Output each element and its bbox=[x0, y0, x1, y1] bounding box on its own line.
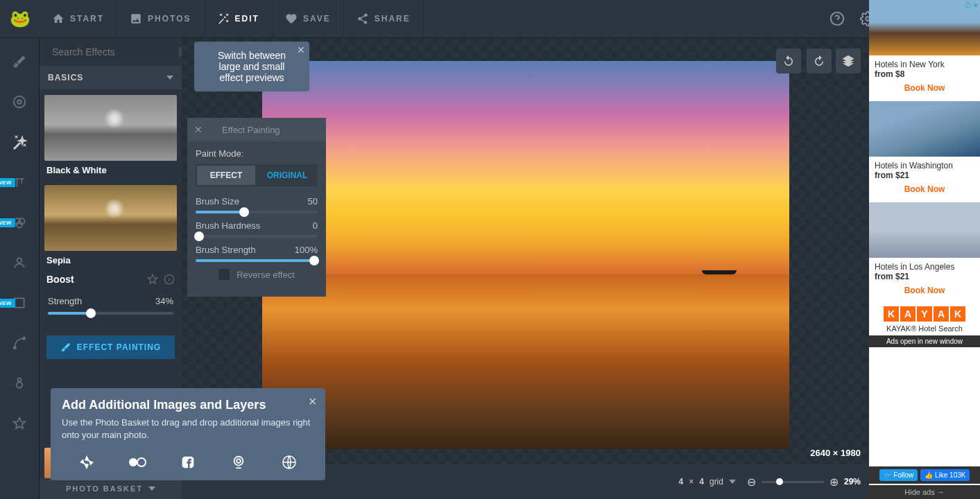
rail-snow-icon[interactable] bbox=[10, 374, 29, 393]
brush-hardness-slider[interactable] bbox=[196, 235, 318, 238]
facebook-like-button[interactable]: 👍 Like 103K bbox=[920, 469, 970, 481]
chevron-down-icon bbox=[148, 487, 155, 491]
zoom-value: 29% bbox=[844, 477, 861, 487]
wand-icon bbox=[217, 12, 230, 25]
rail-brush-icon[interactable] bbox=[10, 52, 29, 71]
ad-info-icon[interactable]: ⓘ ✕ bbox=[965, 1, 979, 10]
new-badge: NEW bbox=[0, 178, 15, 187]
image-icon bbox=[130, 12, 142, 25]
close-icon[interactable]: ✕ bbox=[297, 44, 305, 55]
ad-title: Hotels in Washington bbox=[875, 161, 974, 170]
redo-button[interactable] bbox=[807, 49, 832, 73]
reverse-effect-row[interactable]: Reverse effect bbox=[196, 269, 318, 280]
rail-gear-icon[interactable] bbox=[10, 92, 29, 112]
ad-book-link[interactable]: Book Now bbox=[869, 79, 980, 97]
nav-edit[interactable]: EDIT bbox=[205, 0, 273, 38]
ad-title: Hotels in New York bbox=[875, 60, 974, 69]
nav-start[interactable]: START bbox=[40, 0, 117, 38]
close-icon[interactable]: ✕ bbox=[194, 124, 203, 135]
svg-point-18 bbox=[137, 458, 146, 466]
nav-photos[interactable]: PHOTOS bbox=[117, 0, 204, 38]
zoom-in-button[interactable]: ⊕ bbox=[829, 475, 839, 489]
ad-card[interactable]: Hotels in New Yorkfrom $8 Book Now bbox=[869, 0, 980, 101]
nav-save[interactable]: SAVE bbox=[273, 0, 344, 38]
layers-button[interactable] bbox=[836, 49, 861, 73]
svg-point-17 bbox=[129, 458, 137, 466]
brush-strength-slider[interactable] bbox=[196, 259, 318, 262]
category-basics[interactable]: BASICS bbox=[40, 66, 182, 89]
info-icon[interactable] bbox=[164, 274, 175, 285]
nav-photos-label: PHOTOS bbox=[148, 14, 191, 24]
brush-size-slider[interactable] bbox=[196, 211, 318, 213]
rail-effects-icon[interactable] bbox=[10, 132, 29, 152]
rail-text-icon[interactable]: NEW bbox=[10, 173, 29, 192]
brush-size-value: 50 bbox=[308, 196, 318, 207]
home-icon bbox=[52, 12, 65, 25]
hide-ads-link[interactable]: Hide ads → bbox=[869, 485, 980, 499]
nav-share[interactable]: SHARE bbox=[344, 0, 424, 38]
ad-price: from $21 bbox=[875, 170, 909, 180]
reverse-label: Reverse effect bbox=[237, 270, 295, 280]
brush-hardness-value: 0 bbox=[313, 220, 318, 231]
ad-book-link[interactable]: Book Now bbox=[869, 281, 980, 299]
close-icon[interactable]: ✕ bbox=[308, 395, 317, 408]
ad-price: from $8 bbox=[875, 69, 904, 79]
brush-icon bbox=[60, 342, 71, 353]
source-webcam-icon[interactable] bbox=[227, 451, 250, 473]
effect-boost-label: Boost bbox=[46, 274, 74, 285]
svg-point-14 bbox=[17, 382, 22, 387]
help-icon[interactable] bbox=[823, 5, 851, 33]
svg-rect-10 bbox=[15, 298, 24, 307]
ad-column: ⓘ ✕ Hotels in New Yorkfrom $8 Book Now H… bbox=[869, 0, 980, 499]
favorite-star-icon[interactable] bbox=[147, 274, 158, 285]
new-badge: NEW bbox=[0, 218, 15, 227]
source-aperture-icon[interactable] bbox=[76, 451, 98, 473]
ad-card[interactable]: Hotels in Los Angelesfrom $21 Book Now bbox=[869, 202, 980, 304]
ad-card[interactable]: Hotels in Washingtonfrom $21 Book Now bbox=[869, 101, 980, 202]
effect-painting-label: EFFECT PAINTING bbox=[77, 342, 161, 352]
kayak-logo: KAYAK bbox=[869, 306, 980, 322]
effect-sepia[interactable]: Sepia bbox=[40, 185, 182, 270]
svg-point-5 bbox=[17, 100, 22, 104]
effect-bw-label: Black & White bbox=[40, 162, 182, 180]
ad-book-link[interactable]: Book Now bbox=[869, 180, 980, 198]
search-input[interactable] bbox=[52, 46, 173, 58]
brush-hardness-label: Brush Hardness bbox=[196, 220, 260, 231]
source-web-icon[interactable] bbox=[278, 451, 300, 473]
photo-basket-toggle[interactable]: PHOTO BASKET bbox=[40, 478, 182, 499]
chevron-down-icon bbox=[166, 76, 173, 80]
reverse-checkbox[interactable] bbox=[218, 269, 230, 280]
mode-effect-button[interactable]: EFFECT bbox=[197, 166, 255, 185]
strength-slider[interactable] bbox=[48, 312, 173, 315]
effect-black-white[interactable]: Black & White bbox=[40, 95, 182, 180]
popover-body: Use the Photo Basket to drag and drop ad… bbox=[62, 417, 314, 441]
effect-painting-button[interactable]: EFFECT PAINTING bbox=[46, 335, 175, 359]
svg-point-20 bbox=[237, 459, 241, 464]
preview-tooltip: ✕ Switch between large and small effect … bbox=[194, 42, 309, 91]
mode-original-button[interactable]: ORIGINAL bbox=[258, 166, 316, 185]
topbar: 🐸 START PHOTOS EDIT SAVE SHARE bbox=[0, 0, 980, 38]
nav-save-label: SAVE bbox=[303, 14, 331, 24]
zoom-out-button[interactable]: ⊖ bbox=[747, 475, 756, 489]
rail-frames-icon[interactable]: NEW bbox=[10, 293, 29, 313]
main-photo bbox=[262, 61, 789, 449]
rail-curve-icon[interactable] bbox=[10, 333, 29, 353]
source-facebook-icon[interactable] bbox=[177, 451, 199, 473]
undo-button[interactable] bbox=[776, 49, 801, 73]
grid-control[interactable]: 4×4 grid bbox=[679, 477, 736, 487]
ad-price: from $21 bbox=[875, 272, 909, 281]
source-flickr-icon[interactable] bbox=[126, 451, 148, 473]
rail-portrait-icon[interactable] bbox=[10, 253, 29, 272]
ads-note: Ads open in new window bbox=[869, 335, 980, 347]
svg-point-19 bbox=[234, 457, 243, 466]
category-label: BASICS bbox=[48, 73, 83, 82]
svg-point-4 bbox=[14, 96, 26, 108]
photo-basket-label: PHOTO BASKET bbox=[66, 484, 143, 493]
twitter-follow-button[interactable]: 🐦 Follow bbox=[879, 469, 918, 481]
rail-filters-icon[interactable]: NEW bbox=[10, 213, 29, 232]
brush-strength-label: Brush Strength bbox=[196, 245, 256, 255]
app-logo[interactable]: 🐸 bbox=[0, 0, 40, 38]
rail-star-icon[interactable] bbox=[10, 414, 29, 433]
zoom-slider[interactable] bbox=[762, 481, 824, 483]
search-row bbox=[40, 38, 182, 66]
